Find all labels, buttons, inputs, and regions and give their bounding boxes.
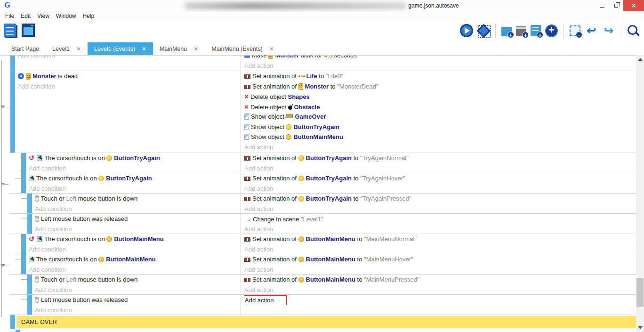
add-action[interactable]: Add action bbox=[244, 244, 636, 255]
action-line[interactable]: Set animation of ButtonTryAgain to "TryA… bbox=[244, 173, 636, 184]
tab-mainmenu-events-[interactable]: MainMenu (Events)✕ bbox=[205, 42, 280, 55]
show-icon bbox=[244, 124, 250, 130]
add-circle-icon[interactable] bbox=[545, 24, 558, 37]
add-condition[interactable]: Add condition bbox=[29, 184, 241, 194]
action-line[interactable]: Set animation of ButtonMainMenu to "Main… bbox=[244, 234, 636, 244]
action-line[interactable]: Show object GameOver bbox=[244, 112, 636, 122]
tab-level1-events-[interactable]: Level1 (Events)✕ bbox=[88, 42, 153, 55]
window-title-area: game.json.autosave bbox=[0, 0, 644, 11]
add-condition[interactable]: Add condition bbox=[18, 56, 241, 61]
remove-event-icon[interactable]: – bbox=[570, 25, 580, 36]
add-condition[interactable]: Add condition bbox=[35, 285, 241, 295]
add-condition[interactable]: Add condition bbox=[35, 224, 241, 235]
close-button[interactable]: ✕ bbox=[623, 0, 644, 11]
scroll-up-icon[interactable] bbox=[638, 58, 643, 61]
add-condition[interactable]: Add condition bbox=[35, 204, 241, 214]
tab-start-page[interactable]: Start Page bbox=[5, 42, 46, 55]
scene-editor-icon[interactable] bbox=[22, 24, 35, 37]
add-condition[interactable]: Add condition bbox=[29, 244, 241, 255]
tab-level1[interactable]: Level1✕ bbox=[46, 42, 88, 55]
tab-close-icon[interactable]: ✕ bbox=[193, 46, 198, 52]
add-action[interactable]: Add action bbox=[244, 61, 636, 71]
condition-line[interactable]: Left mouse button was released bbox=[35, 214, 241, 224]
text-segment: Add action bbox=[245, 297, 274, 304]
mouse-icon bbox=[35, 276, 39, 283]
add-action[interactable]: Add action bbox=[244, 184, 636, 194]
tree-stub bbox=[2, 184, 8, 185]
action-line[interactable]: Set animation of ButtonTryAgain to "TryA… bbox=[244, 153, 636, 163]
event-selection-bar[interactable] bbox=[10, 315, 15, 329]
anim-icon bbox=[244, 177, 250, 181]
object-name: ButtonTryAgain bbox=[306, 195, 352, 202]
restore-button[interactable] bbox=[609, 0, 623, 11]
text-segment: Touch or bbox=[41, 276, 66, 283]
menu-item-view[interactable]: View bbox=[34, 12, 53, 21]
action-line[interactable]: Add action bbox=[244, 295, 636, 305]
add-action[interactable]: Add action bbox=[244, 224, 636, 235]
event-row: Left mouse button was releasedAdd condit… bbox=[9, 214, 636, 234]
event-row: The cursor/touch is on ButtonMainMenuAdd… bbox=[9, 234, 636, 254]
action-line[interactable]: Change to scene "Level1" bbox=[244, 214, 636, 224]
action-line[interactable]: Set animation of Life to "Life0" bbox=[244, 71, 636, 81]
add-action[interactable]: Add action bbox=[244, 163, 636, 174]
add-action[interactable]: Add action bbox=[244, 265, 636, 275]
add-condition[interactable]: Add condition bbox=[29, 163, 241, 174]
redo-icon[interactable]: ↪ bbox=[602, 24, 615, 37]
condition-line[interactable]: Touch or Left mouse button is down bbox=[35, 275, 241, 285]
search-icon[interactable] bbox=[627, 24, 639, 37]
add-subevent-icon[interactable]: + bbox=[531, 25, 541, 36]
conditions-cell: Monster is deadAdd condition bbox=[9, 71, 241, 153]
condition-line[interactable]: The cursor/touch is on ButtonMainMenu bbox=[29, 234, 241, 244]
action-line[interactable]: Set animation of ButtonTryAgain to "TryA… bbox=[244, 194, 636, 204]
add-condition[interactable]: Add condition bbox=[29, 265, 241, 275]
event-tree-line bbox=[1, 60, 2, 317]
project-manager-icon[interactable] bbox=[4, 24, 16, 37]
add-action-highlighted[interactable]: Add action bbox=[244, 295, 287, 305]
object-name: ButtonTryAgain bbox=[306, 175, 352, 182]
condition-line[interactable]: Left mouse button was released bbox=[35, 295, 241, 305]
event-row: The cursor/touch is on ButtonTryAgainAdd… bbox=[9, 153, 636, 173]
action-line[interactable]: Make Monster blink for 4.5 seconds bbox=[244, 56, 636, 61]
action-line[interactable]: Delete object Obstacle bbox=[244, 102, 636, 112]
add-event-icon[interactable]: + bbox=[501, 25, 512, 36]
tab-mainmenu[interactable]: MainMenu✕ bbox=[153, 42, 205, 55]
actions-cell: Make Monster blink for 4.5 secondsAdd ac… bbox=[241, 56, 636, 71]
add-condition[interactable]: Add condition bbox=[35, 305, 241, 316]
add-condition[interactable]: Add condition bbox=[18, 81, 241, 92]
minimize-button[interactable] bbox=[595, 0, 609, 11]
action-line[interactable]: Set animation of Monster to "MonsterDead… bbox=[244, 81, 636, 92]
menu-item-window[interactable]: Window bbox=[53, 12, 80, 21]
action-line[interactable]: Show object ButtonMainMenu bbox=[244, 132, 636, 142]
undo-icon[interactable]: ↩ bbox=[585, 24, 598, 37]
scroll-down-icon[interactable] bbox=[638, 326, 643, 329]
menu-item-help[interactable]: Help bbox=[80, 12, 98, 21]
add-comment-icon[interactable]: + bbox=[516, 25, 526, 36]
tab-close-icon[interactable]: ✕ bbox=[76, 46, 81, 52]
actions-cell: Set animation of ButtonMainMenu to "Main… bbox=[241, 275, 636, 294]
comment-event-row[interactable]: GAME OVER bbox=[9, 315, 636, 329]
tab-close-icon[interactable]: ✕ bbox=[142, 46, 146, 52]
menu-item-file[interactable]: File bbox=[2, 12, 17, 21]
condition-line[interactable]: The cursor/touch is on ButtonMainMenu bbox=[29, 254, 241, 265]
action-line[interactable]: Show object ButtonTryAgain bbox=[244, 122, 636, 132]
action-line[interactable]: Set animation of ButtonMainMenu to "Main… bbox=[244, 275, 636, 285]
play-icon[interactable] bbox=[460, 24, 473, 37]
vertical-scrollbar[interactable] bbox=[636, 55, 644, 332]
condition-line[interactable]: The cursor/touch is on ButtonTryAgain bbox=[29, 153, 241, 163]
add-action[interactable]: Add action bbox=[244, 285, 636, 295]
tab-close-icon[interactable]: ✕ bbox=[269, 46, 274, 52]
comment-text[interactable]: GAME OVER bbox=[16, 316, 636, 328]
add-action[interactable]: Add action bbox=[244, 142, 636, 153]
action-line[interactable]: Delete object Shapes bbox=[244, 91, 636, 102]
action-line[interactable]: Set animation of ButtonMainMenu to "Main… bbox=[244, 254, 636, 265]
add-action[interactable]: Add action bbox=[244, 204, 636, 214]
scroll-thumb[interactable] bbox=[636, 278, 644, 307]
restore-icon bbox=[614, 4, 618, 8]
condition-line[interactable]: Touch or Left mouse button is down bbox=[35, 194, 241, 204]
text-segment: Set animation of bbox=[252, 154, 298, 162]
text-segment: Add condition bbox=[35, 307, 72, 314]
debug-icon[interactable] bbox=[477, 24, 490, 37]
condition-line[interactable]: The cursor/touch is on ButtonTryAgain bbox=[29, 173, 241, 184]
condition-line[interactable]: Monster is dead bbox=[18, 71, 241, 81]
menu-item-edit[interactable]: Edit bbox=[17, 12, 34, 21]
